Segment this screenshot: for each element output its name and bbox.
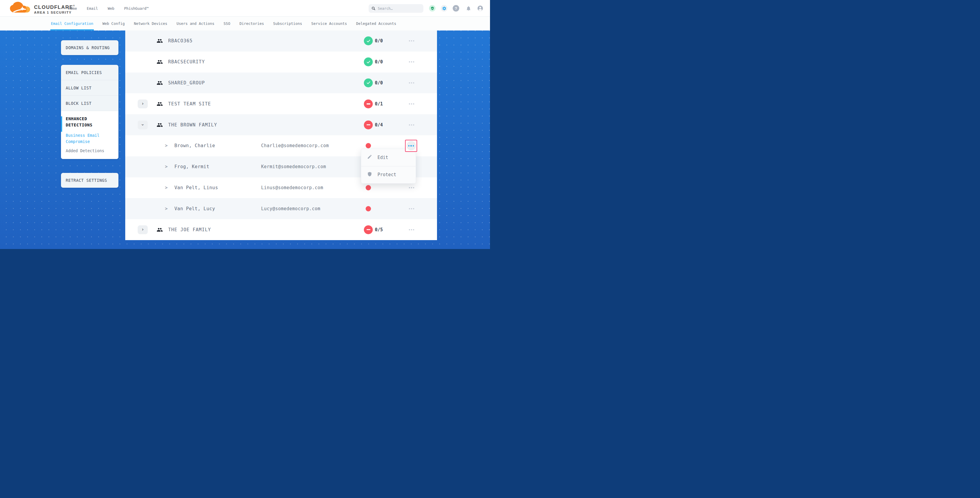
member-caret-icon: > [165,164,167,169]
sidebar-item-business-email-compromise[interactable]: Business Email Compromise [66,132,110,145]
status-protected-icon [364,78,373,88]
shield-icon [367,172,372,178]
status-unprotected-icon [364,225,373,234]
nav-item-home[interactable]: Home [68,6,77,11]
status-flagged-dot [366,143,371,148]
tab-subscriptions[interactable]: Subscriptions [273,17,302,30]
group-name: THE JOE FAMILY [168,227,211,232]
member-name: Van Pelt, Lucy [174,206,215,212]
row-actions-menu-button[interactable] [407,204,416,213]
sidebar-card-policies: EMAIL POLICIESALLOW LISTBLOCK LIST ENHAN… [61,65,118,159]
row-actions-menu-button[interactable] [407,37,416,45]
row-actions-menu-button[interactable] [407,99,416,108]
group-name: THE BROWN FAMILY [168,122,217,127]
row-actions-dropdown: EditProtect [361,149,416,184]
sidebar-item-domains-routing[interactable]: DOMAINS & ROUTING [61,40,118,55]
click-highlight-annotation [405,140,417,152]
group-people-icon [157,226,163,233]
tab-service-accounts[interactable]: Service Accounts [311,17,347,30]
member-email: Kermit@somedemocorp.com [261,164,326,169]
sidebar-item-allow-list[interactable]: ALLOW LIST [61,80,118,95]
status-protected-icon [364,37,373,45]
protected-count: 0/0 [375,38,383,43]
nav-item-phishguard[interactable]: PhishGuard™ [124,6,149,11]
row-actions-menu-button[interactable] [407,225,416,234]
group-row: RBACSECURITY0/0 [125,51,437,73]
pencil-icon [367,154,372,161]
member-name: Van Pelt, Linus [174,185,218,190]
row-actions-menu-button-active[interactable] [407,141,416,150]
sidebar-section-enhanced-detections: ENHANCED DETECTIONS Business Email Compr… [61,111,118,159]
sidebar-item-email-policies[interactable]: EMAIL POLICIES [61,65,118,80]
tab-email-configuration[interactable]: Email Configuration [51,17,93,30]
nav-item-email[interactable]: Email [87,6,98,11]
account-icon[interactable] [477,5,484,11]
top-header: CLOUDFLARE® AREA 1 SECURITY HomeEmailWeb… [0,0,490,17]
help-icon[interactable]: ? [453,5,459,11]
menu-item-label: Protect [377,172,396,177]
enhanced-detections-title[interactable]: ENHANCED DETECTIONS [66,116,109,128]
expand-group-button[interactable]: › [138,99,148,108]
group-people-icon [157,38,163,44]
group-people-icon [157,101,163,107]
search-icon [372,6,375,10]
group-people-icon [157,59,163,65]
status-flagged-dot [366,206,371,212]
row-actions-menu-button[interactable] [407,57,416,66]
tab-sso[interactable]: SSO [224,17,230,30]
group-row: SHARED_GROUP0/0 [125,73,437,94]
active-item-indicator [61,116,62,132]
group-row: RBACO3650/0 [125,30,437,51]
row-actions-menu-button[interactable] [407,78,416,88]
tab-users-and-actions[interactable]: Users and Actions [177,17,214,30]
member-caret-icon: > [165,143,167,148]
group-name: TEST TEAM SITE [168,101,211,107]
collapse-group-button[interactable]: › [138,121,148,129]
status-unprotected-icon [364,121,373,129]
page: CLOUDFLARE® AREA 1 SECURITY HomeEmailWeb… [0,0,490,249]
shield-check-icon[interactable] [429,5,436,11]
tab-network-devices[interactable]: Network Devices [134,17,167,30]
notifications-bell-icon[interactable] [465,5,472,11]
sidebar-item-added-detections[interactable]: Added Detections [66,148,114,153]
group-people-icon [157,122,163,128]
group-name: SHARED_GROUP [168,80,205,86]
member-name: Frog, Kermit [174,164,209,169]
search-input[interactable] [378,6,420,11]
group-name: RBACO365 [168,38,193,43]
member-caret-icon: > [165,185,167,190]
group-row: ›TEST TEAM SITE0/1 [125,93,437,114]
row-actions-menu-button[interactable] [407,183,416,192]
sidebar-item-retract-settings[interactable]: RETRACT SETTINGS [61,173,118,188]
menu-item-protect[interactable]: Protect [361,166,416,183]
groups-table: RBACO3650/0RBACSECURITY0/0SHARED_GROUP0/… [125,30,437,240]
protected-count: 0/0 [375,59,383,65]
section-tab-bar: Email ConfigurationWeb ConfigNetwork Dev… [0,17,490,30]
protected-count: 0/1 [375,101,383,107]
row-actions-menu-button[interactable] [407,121,416,129]
member-caret-icon: > [165,206,167,212]
cloudflare-logo[interactable]: CLOUDFLARE® AREA 1 SECURITY [8,2,75,15]
nav-item-web[interactable]: Web [108,6,115,11]
search-box [369,4,423,13]
settings-gear-icon[interactable] [441,5,447,11]
tab-web-config[interactable]: Web Config [102,17,125,30]
primary-nav: HomeEmailWebPhishGuard™ [68,0,149,17]
expand-group-button[interactable]: › [138,225,148,234]
member-email: Linus@somedemocorp.com [261,185,323,190]
content-stage: DOMAINS & ROUTING EMAIL POLICIESALLOW LI… [0,30,490,249]
group-row: ›THE BROWN FAMILY0/4 [125,114,437,135]
cloudflare-cloud-icon [8,2,32,15]
sidebar-card-retract-settings: RETRACT SETTINGS [61,173,118,188]
tab-directories[interactable]: Directories [240,17,264,30]
menu-item-label: Edit [377,155,388,160]
protected-count: 0/0 [375,80,383,86]
member-row: >Van Pelt, LucyLucy@somedemocorp.com [125,198,437,219]
sidebar-item-block-list[interactable]: BLOCK LIST [61,95,118,111]
status-protected-icon [364,57,373,66]
member-name: Brown, Charlie [174,143,215,148]
sidebar-card-domains-routing: DOMAINS & ROUTING [61,40,118,55]
tab-delegated-accounts[interactable]: Delegated Accounts [356,17,396,30]
member-email: Charlie@somedemocorp.com [261,143,329,148]
group-row: ›THE JOE FAMILY0/5 [125,219,437,240]
